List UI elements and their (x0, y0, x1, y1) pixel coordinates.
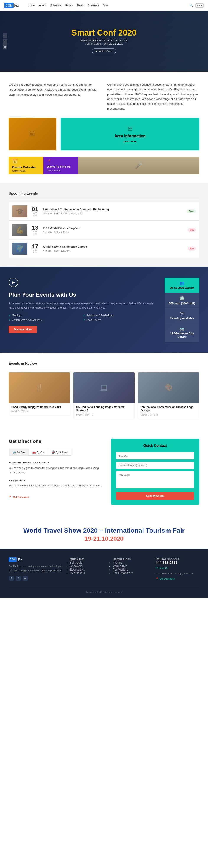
plan-stats: 👥 Up to 2000 Guests 🏢 600 sqm (8847 sqft… (165, 278, 199, 342)
event-price: $30 (187, 247, 196, 250)
plan-feature-meetings: Meetings (9, 314, 81, 317)
footer-address: 123, New Lenox Chicago, IL 60606 (155, 571, 199, 576)
discover-more-button[interactable]: Discover More (9, 326, 37, 333)
contact-message-input[interactable] (116, 471, 194, 489)
footer-link-tickets[interactable]: Get Tickets (70, 571, 85, 575)
social-facebook[interactable]: f (3, 39, 7, 43)
area-info-card: ⊞ Area Information Learn More (61, 118, 199, 150)
tab-bus[interactable]: 🚌 By Bus (9, 449, 29, 456)
event-time: 3:30 – 7:00 am (54, 231, 69, 234)
tab-subway[interactable]: 🚇 By Subway (48, 449, 71, 456)
nav-pages[interactable]: Pages (65, 4, 73, 7)
events-review-section: Events in Review 🍴 Food Allergy Bloggers… (0, 353, 208, 428)
contact-email-input[interactable] (116, 462, 194, 469)
bus-icon: 🚌 (167, 326, 197, 331)
navbar: CON Fix Home About Schedule Pages News S… (0, 0, 208, 11)
footer-phone: 444-333-2211 (155, 561, 199, 565)
footer-social-youtube[interactable]: ▶ (23, 576, 28, 581)
nav-news[interactable]: News (77, 4, 83, 7)
contact-subject-input[interactable] (116, 452, 194, 459)
nav-speakers[interactable]: Speakers (88, 4, 99, 7)
event-month: Mar 2020 (31, 249, 39, 253)
banner-title: World Travel Show 2020 – International T… (9, 527, 199, 534)
stat-area-value: 600 sqm (8847 sqft) (167, 302, 197, 305)
subway-tab-icon: 🚇 (51, 451, 55, 454)
review-card-meta: March 5, 2020 4 (11, 410, 67, 412)
event-thumbnail: 💪 (12, 224, 27, 236)
where-to-find-card[interactable]: 📍 Where To Find Us Here's a route (43, 157, 78, 174)
review-card-title: Do Traditional Landing Pages Work for St… (76, 405, 132, 413)
footer-link-for-organizers[interactable]: For Organizers (113, 571, 133, 575)
event-item[interactable]: 🎓 01 Mar 2020 International Conference o… (9, 203, 199, 221)
review-card[interactable]: 🍴 Food Allergy Bloggers Conference 2019 … (9, 372, 70, 419)
footer-grid: CON Fix ConFix Expo is a multi-purpose e… (9, 557, 199, 581)
tab-bus-label: By Bus (17, 451, 25, 454)
stat-catering-value: Catering Available (167, 317, 197, 320)
area-info-link[interactable]: Learn More (124, 140, 136, 143)
nav-about[interactable]: About (39, 4, 46, 7)
footer-logo-con: CON (9, 557, 17, 562)
video-play-button[interactable]: ▶ (9, 278, 18, 287)
footer-link-for-visitors[interactable]: For Visitors (113, 568, 128, 571)
plan-title: Plan Your Events with Us (9, 291, 156, 298)
watch-video-button[interactable]: Watch Video (92, 49, 116, 54)
plan-feature-social: Social Events (83, 319, 156, 321)
nav-home[interactable]: Home (28, 4, 35, 7)
event-item[interactable]: 💪 13 Mar 2020 IDEA World Fitness BlogFes… (9, 221, 199, 239)
event-item[interactable]: 🌍 17 Mar 2020 Affiliate World Conference… (9, 240, 199, 258)
car-tab-icon: 🚗 (32, 451, 36, 454)
event-day: 01 (31, 206, 39, 212)
send-message-button[interactable]: Send Message (116, 492, 194, 500)
footer-social-facebook[interactable]: f (15, 576, 21, 581)
social-twitter[interactable]: T (3, 33, 7, 38)
footer-link-events-list[interactable]: Events List (70, 568, 84, 571)
footer-social-twitter[interactable]: T (9, 576, 14, 581)
hero-date: ConFix Center | July 20-12, 2020 (71, 42, 137, 45)
footer-email-link[interactable]: ✉ Email Us (155, 566, 199, 569)
tab-car[interactable]: 🚗 By Car (29, 449, 48, 456)
social-linkedin[interactable]: in (3, 44, 7, 49)
review-card[interactable]: 🎨 International Conference on Creative L… (138, 372, 199, 419)
nav-right: 🔍 EN ▾ (189, 3, 204, 8)
get-directions-button[interactable]: Get Directions (9, 496, 29, 498)
review-card-body: Do Traditional Landing Pages Work for St… (73, 403, 135, 419)
hero-section: T f in Smart Conf 2020 Java Conference f… (0, 11, 208, 71)
stat-catering: 🍽 Catering Available (165, 308, 199, 323)
footer-social-links: T f ▶ (9, 576, 63, 581)
footer-quick-info: Quick Info Schedule Speakers Events List… (70, 557, 106, 581)
review-card-image: 🎨 (138, 372, 199, 403)
plan-left: ▶ Plan Your Events with Us As a team of … (9, 278, 156, 342)
footer-link-visiting[interactable]: Visiting (113, 561, 123, 564)
language-selector[interactable]: EN ▾ (196, 3, 204, 8)
stat-city-value: 15 Minutes to City Center (167, 332, 197, 339)
area-icon: ⊞ (128, 125, 133, 132)
about-left: We are extremely pleased to welcome you … (9, 83, 107, 111)
event-info: IDEA World Fitness BlogFest New York 3:3… (43, 226, 184, 233)
footer-link-schedule[interactable]: Schedule (70, 561, 82, 564)
event-title: International Conference on Computer Eng… (43, 208, 183, 211)
event-location: New York (43, 231, 52, 234)
hero-social-links: T f in (3, 33, 7, 49)
nav-visit[interactable]: Visit (103, 4, 108, 7)
footer-copyright: ThemeREX © 2020. All rights reserved. (9, 588, 199, 593)
footer-directions-link[interactable]: 📍 Get Directions (155, 577, 199, 580)
search-button[interactable]: 🔍 (189, 4, 193, 7)
event-meta: New York 3:30 – 7:00 am (43, 231, 184, 234)
events-calendar-subtitle: Watch Events (12, 170, 40, 172)
events-calendar-card[interactable]: 📅 Events Calendar Watch Events (9, 157, 43, 174)
stat-guests: 👥 Up to 2000 Guests (165, 278, 199, 293)
footer-quick-info-list: Schedule Speakers Events List Get Ticket… (70, 561, 106, 575)
plan-feature-exhibitions: Exhibitions & Tradeshows (83, 314, 156, 317)
nav-links: Home About Schedule Pages News Speakers … (28, 4, 189, 7)
banner-date: 19-21.10.2020 (9, 535, 199, 542)
footer-link-venue-info[interactable]: Venue Info (113, 564, 127, 568)
review-card[interactable]: 💻 Do Traditional Landing Pages Work for … (73, 372, 135, 419)
footer-link-speakers[interactable]: Speakers (70, 564, 82, 568)
plan-description: As a team of professional event organize… (9, 301, 156, 310)
review-section-title: Events in Review (9, 362, 199, 368)
directions-left: Get Directions 🚌 By Bus 🚗 By Car 🚇 By Su… (9, 439, 102, 505)
event-price: Free (186, 209, 196, 213)
directions-title: Get Directions (9, 439, 102, 444)
logo[interactable]: CON Fix (4, 3, 19, 8)
nav-schedule[interactable]: Schedule (50, 4, 61, 7)
